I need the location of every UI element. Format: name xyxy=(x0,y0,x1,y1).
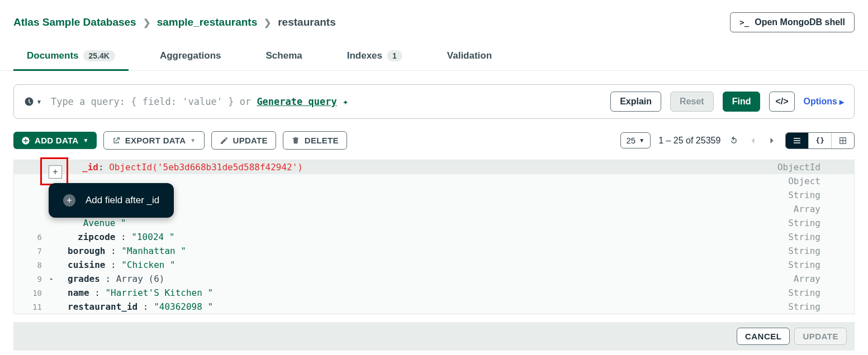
type-label: String xyxy=(788,301,820,312)
update-doc-button[interactable]: UPDATE xyxy=(794,328,847,345)
type-label: String xyxy=(788,246,820,256)
line-number: 7 xyxy=(22,247,42,256)
doc-line[interactable]: 11restaurant_id : "40362098 "String xyxy=(14,300,854,314)
breadcrumb-item[interactable]: Atlas Sample Databases xyxy=(13,16,136,28)
line-number: 10 xyxy=(22,289,42,298)
terminal-icon: >_ xyxy=(739,18,749,27)
update-button[interactable]: UPDATE xyxy=(211,131,276,150)
generate-query-link[interactable]: Generate query xyxy=(257,96,336,107)
tab-label: Aggregations xyxy=(160,50,221,61)
prev-page-icon xyxy=(747,135,758,146)
tab-documents[interactable]: Documents 25.4K xyxy=(13,46,129,70)
export-data-button[interactable]: EXPORT DATA ▼ xyxy=(103,131,205,150)
doc-line[interactable]: 6zipcode : "10024 "String xyxy=(14,230,854,244)
tab-label: Indexes xyxy=(347,50,382,61)
options-link[interactable]: Options ▸ xyxy=(804,97,844,107)
doc-line[interactable]: _id: ObjectId('5eb3d668b31de5d588f42942'… xyxy=(14,160,854,174)
view-list-button[interactable] xyxy=(786,133,808,148)
editor-footer: CANCEL UPDATE xyxy=(13,322,855,351)
line-content: cuisine : "Chicken " xyxy=(58,260,176,270)
breadcrumb-item: restaurants xyxy=(278,16,336,28)
line-content: _id: ObjectId('5eb3d668b31de5d588f42942'… xyxy=(58,162,303,172)
caret-down-icon: ▼ xyxy=(190,137,196,143)
add-data-label: ADD DATA xyxy=(35,136,79,145)
line-number: 6 xyxy=(22,233,42,242)
add-field-menu[interactable]: + Add field after _id xyxy=(49,183,174,218)
tab-schema[interactable]: Schema xyxy=(253,46,316,70)
type-label: String xyxy=(788,232,820,242)
delete-label: DELETE xyxy=(305,136,339,145)
document-editor: + Add field after _id _id: ObjectId('5eb… xyxy=(13,160,855,314)
view-mode-toggle: {} xyxy=(785,132,855,149)
plus-circle-icon xyxy=(21,136,30,145)
line-content: Avenue " xyxy=(58,218,126,228)
breadcrumb-item[interactable]: sample_restaurants xyxy=(157,16,258,28)
view-json-button[interactable]: {} xyxy=(809,133,831,148)
type-label: String xyxy=(788,190,820,200)
type-label: ObjectId xyxy=(777,162,820,172)
tab-badge: 1 xyxy=(387,50,402,61)
add-field-button[interactable] xyxy=(49,165,62,179)
tabs: Documents 25.4K Aggregations Schema Inde… xyxy=(0,46,868,71)
tab-label: Documents xyxy=(27,50,79,61)
chevron-right-icon: ❯ xyxy=(264,17,271,28)
sparkle-icon: ✦ xyxy=(343,96,348,107)
table-icon xyxy=(838,136,847,145)
tab-label: Validation xyxy=(447,50,492,61)
line-content: restaurant_id : "40362098 " xyxy=(58,301,213,312)
type-label: Array xyxy=(794,204,820,214)
page-size-value: 25 xyxy=(627,136,636,145)
doc-line[interactable]: 8cuisine : "Chicken "String xyxy=(14,258,854,272)
line-content: borough : "Manhattan " xyxy=(58,246,186,256)
breadcrumb: Atlas Sample Databases ❯ sample_restaura… xyxy=(13,16,336,28)
page-size-select[interactable]: 25 ▼ xyxy=(620,132,651,148)
clock-icon xyxy=(24,97,34,107)
export-icon xyxy=(112,136,121,145)
code-toggle-button[interactable]: </> xyxy=(769,92,794,112)
query-placeholder: Type a query: { field: 'value' } or xyxy=(51,96,257,107)
doc-line[interactable]: Avenue "String xyxy=(14,216,854,230)
query-input[interactable]: Type a query: { field: 'value' } or Gene… xyxy=(51,96,601,107)
line-number: 8 xyxy=(22,261,42,270)
view-table-button[interactable] xyxy=(832,133,854,148)
expand-icon[interactable]: ▸ xyxy=(50,275,56,282)
chevron-right-icon: ❯ xyxy=(143,17,150,28)
line-content: zipcode : "10024 " xyxy=(58,232,174,242)
doc-line[interactable]: 7borough : "Manhattan "String xyxy=(14,244,854,258)
type-label: String xyxy=(788,218,820,228)
line-content: grades : Array (6) xyxy=(58,274,164,284)
explain-button[interactable]: Explain xyxy=(610,92,661,112)
code-icon: </> xyxy=(775,97,788,107)
doc-line[interactable]: 10name : "Harriet'S Kitchen "String xyxy=(14,286,854,300)
add-field-label: Add field after _id xyxy=(86,195,159,206)
caret-down-icon: ▼ xyxy=(83,137,89,143)
query-bar: ▼ Type a query: { field: 'value' } or Ge… xyxy=(13,84,855,119)
caret-down-icon: ▼ xyxy=(36,99,42,105)
export-data-label: EXPORT DATA xyxy=(125,136,186,145)
tab-validation[interactable]: Validation xyxy=(434,46,505,70)
refresh-icon[interactable] xyxy=(728,135,739,146)
options-label: Options xyxy=(804,97,837,107)
braces-icon: {} xyxy=(815,136,824,145)
tab-indexes[interactable]: Indexes 1 xyxy=(334,46,416,70)
find-button[interactable]: Find xyxy=(723,92,761,112)
cancel-button[interactable]: CANCEL xyxy=(737,328,790,345)
list-icon xyxy=(793,136,801,145)
doc-line[interactable]: 9▸grades : Array (6)Array xyxy=(14,272,854,286)
type-label: String xyxy=(788,260,820,270)
page-range: 1 – 25 of 25359 xyxy=(658,136,720,146)
history-menu[interactable]: ▼ xyxy=(24,97,42,107)
add-data-button[interactable]: ADD DATA ▼ xyxy=(13,132,97,149)
open-shell-button[interactable]: >_ Open MongoDB shell xyxy=(730,12,855,32)
line-number: 11 xyxy=(22,303,42,311)
tab-aggregations[interactable]: Aggregations xyxy=(146,46,235,70)
next-page-icon[interactable] xyxy=(766,135,777,146)
line-content: name : "Harriet'S Kitchen " xyxy=(58,287,213,298)
pencil-icon xyxy=(220,136,229,145)
open-shell-label: Open MongoDB shell xyxy=(755,17,845,27)
trash-icon xyxy=(291,136,300,145)
delete-button[interactable]: DELETE xyxy=(283,131,347,150)
tab-label: Schema xyxy=(266,50,302,61)
type-label: Array xyxy=(794,274,820,284)
reset-button[interactable]: Reset xyxy=(670,92,714,112)
